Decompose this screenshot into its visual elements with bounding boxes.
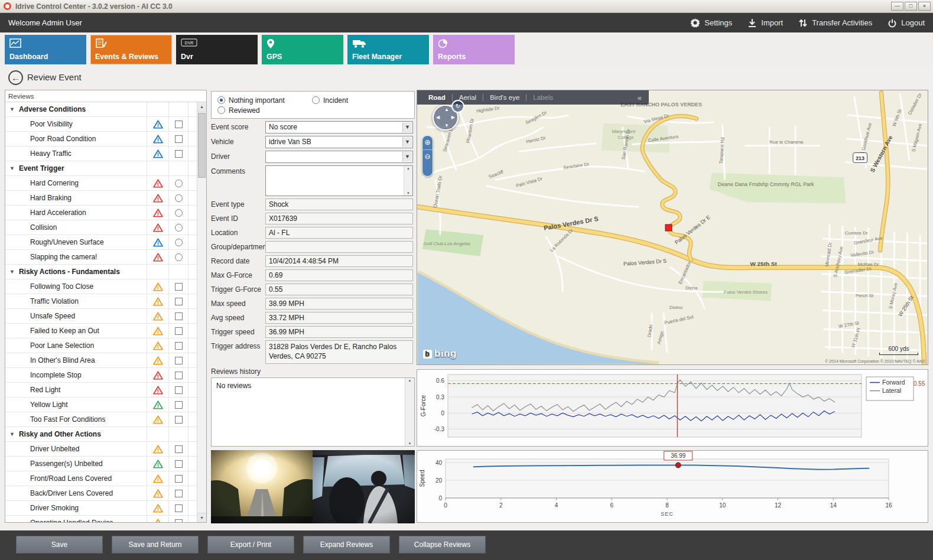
item-checkbox[interactable]: [175, 298, 183, 305]
map-view-bird-s-eye[interactable]: Bird's eye: [483, 94, 526, 101]
status-option-reviewed[interactable]: Reviewed: [217, 105, 312, 115]
status-radio[interactable]: [312, 96, 320, 104]
reviews-history-scrollbar[interactable]: [405, 378, 414, 446]
tree-group-risky-and-other-actions[interactable]: ▼Risky and Other Actions: [5, 427, 197, 442]
close-button[interactable]: ×: [918, 2, 931, 11]
avg-speed-field[interactable]: 33.72 MPH: [265, 312, 413, 324]
item-checkbox[interactable]: [175, 357, 183, 364]
item-checkbox[interactable]: [175, 327, 183, 335]
scroll-up-icon[interactable]: ▲: [197, 102, 206, 112]
comments-textarea[interactable]: [265, 165, 413, 196]
collapse-caret-icon[interactable]: ▼: [9, 165, 15, 171]
chevron-down-icon[interactable]: ▼: [402, 152, 412, 162]
zoom-out-icon[interactable]: ⊖: [422, 149, 433, 163]
vehicle-select[interactable]: idrive Van SB▼: [265, 136, 413, 148]
item-radio[interactable]: [175, 194, 183, 202]
chevron-down-icon[interactable]: ▼: [402, 137, 412, 147]
header-action-import[interactable]: Import: [747, 18, 783, 28]
tree-item-incomplete-stop[interactable]: Incomplete Stop!: [5, 368, 197, 383]
item-checkbox[interactable]: [175, 342, 183, 350]
collapse-caret-icon[interactable]: ▼: [9, 106, 15, 112]
textarea-scrollbar[interactable]: [404, 166, 412, 196]
scrollbar-thumb[interactable]: [198, 113, 206, 178]
tree-item-driver-unbelted[interactable]: Driver Unbelted!: [5, 442, 197, 457]
back-button[interactable]: ←: [8, 70, 23, 85]
reviews-history-box[interactable]: No reviews: [211, 377, 415, 447]
save-and-return-button[interactable]: Save and Return: [112, 536, 199, 554]
item-checkbox[interactable]: [175, 121, 183, 128]
item-checkbox[interactable]: [175, 475, 183, 483]
tree-item-hard-acceleration[interactable]: Hard Acceleration!: [5, 206, 197, 220]
tree-item-front-road-lens-covered[interactable]: Front/Road Lens Covered!: [5, 471, 197, 486]
bing-map[interactable]: EAST RANCHO PALOS VERDESMarymountCollege…: [417, 90, 928, 364]
tree-group-adverse-conditions[interactable]: ▼Adverse Conditions: [5, 102, 197, 117]
header-action-logout[interactable]: Logout: [888, 18, 925, 28]
tree-item-traffic-violation[interactable]: Traffic Violation!: [5, 294, 197, 309]
map-rotate-control[interactable]: ↻: [451, 100, 464, 113]
item-checkbox[interactable]: [175, 312, 183, 320]
tab-dvr[interactable]: DVRDvr: [176, 35, 258, 64]
item-checkbox[interactable]: [175, 445, 183, 453]
item-radio[interactable]: [175, 239, 183, 246]
tree-item-unsafe-speed[interactable]: Unsafe Speed!: [5, 309, 197, 324]
record-date-field[interactable]: 10/4/2014 4:48:54 PM: [265, 255, 413, 267]
item-checkbox[interactable]: [175, 150, 183, 158]
tab-events-reviews[interactable]: Events & Reviews: [90, 35, 172, 64]
tree-item-red-light[interactable]: Red Light!: [5, 383, 197, 398]
tree-item-poor-road-condition[interactable]: Poor Road Condition!: [5, 132, 197, 146]
tree-item-slapping-the-camera[interactable]: Slapping the camera!!: [5, 250, 197, 265]
expand-reviews-button[interactable]: Expand Reviews: [303, 536, 390, 554]
tree-group-risky-actions-fundamentals[interactable]: ▼Risky Actions - Fundamentals: [5, 265, 197, 279]
item-radio[interactable]: [175, 209, 183, 217]
trigger-address-field[interactable]: 31828 Palos Verdes Dr E, Rancho Palos Ve…: [265, 340, 413, 364]
pan-up-icon[interactable]: ▲: [444, 107, 449, 112]
tab-reports[interactable]: Reports: [433, 35, 515, 64]
cabin-camera-video[interactable]: [313, 450, 415, 523]
trigger-g-force-field[interactable]: 0.55: [265, 284, 413, 295]
item-checkbox[interactable]: [175, 283, 183, 291]
event-type-field[interactable]: Shock: [265, 198, 413, 210]
status-option-incident[interactable]: Incident: [312, 95, 389, 105]
maximize-button[interactable]: □: [905, 2, 917, 11]
map-view-road[interactable]: Road: [422, 94, 452, 101]
location-field[interactable]: Al - FL: [265, 227, 413, 239]
tree-item-hard-braking[interactable]: Hard Braking!: [5, 191, 197, 206]
item-radio[interactable]: [175, 180, 183, 187]
map-toolbar-collapse-icon[interactable]: «: [635, 93, 644, 102]
tree-item-passenger-s-unbelted[interactable]: Passenger(s) Unbelted!: [5, 457, 197, 471]
tree-item-rough-uneven-surface[interactable]: Rough/Uneven Surface!: [5, 235, 197, 250]
tree-group-event-trigger[interactable]: ▼Event Trigger: [5, 161, 197, 176]
tree-item-collision[interactable]: Collision!: [5, 220, 197, 235]
collapse-caret-icon[interactable]: ▼: [9, 431, 15, 437]
pan-left-icon[interactable]: ◀: [436, 115, 440, 120]
status-option-nothing-important[interactable]: Nothing important: [217, 95, 312, 105]
tab-fleet-manager[interactable]: Fleet Manager: [347, 35, 429, 64]
item-checkbox[interactable]: [175, 490, 183, 497]
tree-item-poor-visibility[interactable]: Poor Visibility!: [5, 117, 197, 132]
event-score-select[interactable]: No score▼: [265, 121, 413, 134]
chevron-down-icon[interactable]: ▼: [402, 122, 412, 132]
collapse-caret-icon[interactable]: ▼: [9, 269, 15, 275]
max-g-force-field[interactable]: 0.69: [265, 269, 413, 281]
item-checkbox[interactable]: [175, 401, 183, 409]
item-radio[interactable]: [175, 253, 183, 261]
tree-item-following-too-close[interactable]: Following Too Close!: [5, 279, 197, 294]
item-radio[interactable]: [175, 224, 183, 232]
tree-item-driver-smoking[interactable]: Driver Smoking!: [5, 501, 197, 516]
pan-down-icon[interactable]: ▼: [444, 123, 449, 128]
tree-item-failed-to-keep-an-out[interactable]: Failed to Keep an Out!: [5, 324, 197, 338]
scroll-down-icon[interactable]: ▼: [197, 513, 206, 522]
event-id-field[interactable]: X017639: [265, 213, 413, 224]
window-titlebar[interactable]: Idrive Control Center - 3.0.2 version - …: [0, 0, 933, 13]
minimize-button[interactable]: —: [891, 2, 903, 11]
collapse-reviews-button[interactable]: Collapse Reviews: [399, 536, 486, 554]
tree-item-poor-lane-selection[interactable]: Poor Lane Selection!: [5, 338, 197, 353]
header-action-settings[interactable]: Settings: [690, 18, 732, 28]
zoom-in-icon[interactable]: ⊕: [422, 136, 433, 149]
max-speed-field[interactable]: 38.99 MPH: [265, 298, 413, 310]
pan-right-icon[interactable]: ▶: [451, 115, 455, 120]
save-button[interactable]: Save: [16, 536, 103, 554]
tree-item-in-other-s-blind-area[interactable]: In Other's Blind Area!: [5, 353, 197, 368]
item-checkbox[interactable]: [175, 519, 183, 523]
item-checkbox[interactable]: [175, 460, 183, 468]
